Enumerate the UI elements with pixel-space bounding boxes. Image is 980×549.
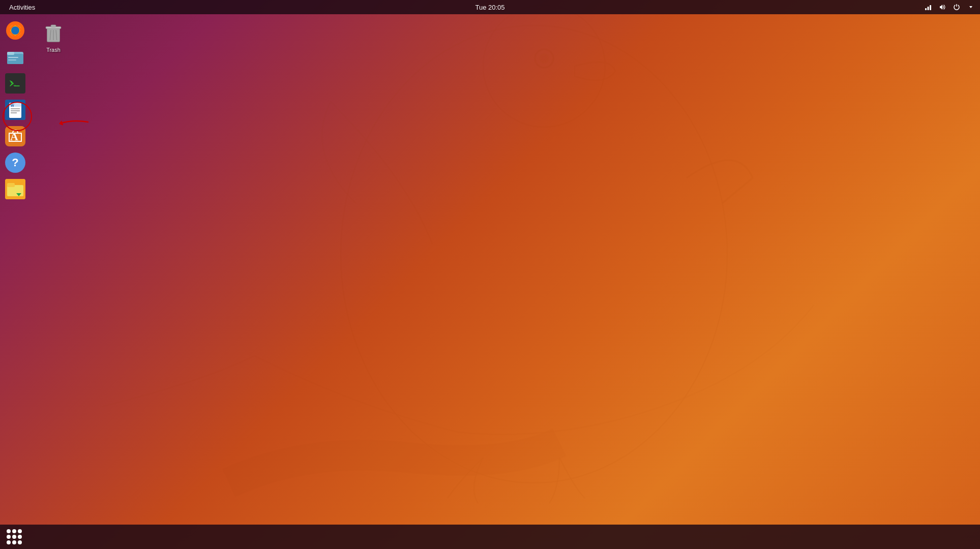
svg-point-3 (540, 54, 548, 63)
panel-right (923, 2, 980, 12)
dock-item-terminal[interactable]: $_ (3, 71, 27, 96)
dock-item-appstore[interactable]: A (3, 124, 27, 148)
bottom-bar (0, 525, 980, 549)
trash-label: Trash (46, 47, 61, 53)
svg-point-0 (341, 25, 727, 483)
desktop-icons: Trash (33, 14, 74, 55)
network-icon[interactable] (923, 2, 933, 12)
svg-rect-4 (925, 8, 927, 10)
svg-rect-32 (51, 25, 56, 27)
svg-rect-5 (928, 7, 929, 10)
dock-item-help[interactable]: ? (3, 150, 27, 175)
grid-icon (7, 529, 22, 544)
trash-icon[interactable]: Trash (33, 18, 74, 55)
svg-rect-12 (7, 52, 14, 55)
panel-left: Activities (0, 0, 40, 14)
volume-icon[interactable] (937, 2, 947, 12)
panel-dropdown-icon[interactable] (966, 2, 976, 12)
activities-button[interactable]: Activities (4, 0, 40, 14)
svg-rect-6 (930, 5, 931, 10)
desktop: Activities Tue 20:05 (0, 0, 980, 549)
dock-item-writer[interactable]: W (3, 98, 27, 122)
svg-rect-11 (7, 54, 23, 64)
svg-point-9 (11, 26, 19, 35)
svg-text:W: W (11, 104, 14, 107)
dock-item-firefox[interactable] (3, 18, 27, 43)
svg-point-1 (483, 5, 605, 127)
dock: $_ W (0, 14, 31, 525)
power-icon[interactable] (952, 2, 962, 12)
top-panel: Activities Tue 20:05 (0, 0, 980, 14)
svg-rect-13 (8, 57, 18, 58)
show-apps-button[interactable] (5, 528, 23, 546)
svg-rect-14 (8, 59, 16, 60)
svg-rect-29 (7, 183, 15, 187)
dock-item-files[interactable] (3, 45, 27, 69)
panel-clock[interactable]: Tue 20:05 (475, 4, 504, 11)
dock-item-filemanager[interactable] (3, 177, 27, 201)
